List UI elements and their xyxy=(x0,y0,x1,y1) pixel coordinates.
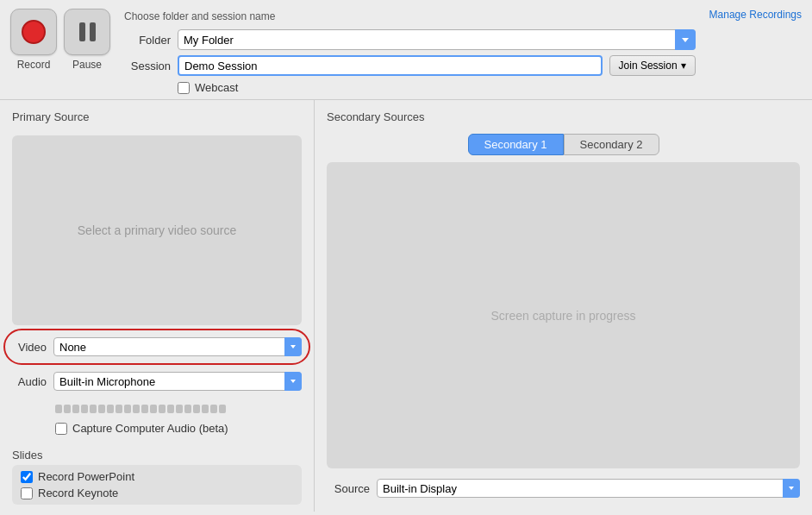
keynote-row: Record Keynote xyxy=(21,487,293,499)
level-bar xyxy=(219,405,226,413)
audio-select-wrap: Built-in Microphone xyxy=(53,372,302,391)
audio-label: Audio xyxy=(12,375,47,388)
session-row: Session Join Session ▾ xyxy=(124,55,696,76)
level-bar xyxy=(81,405,88,413)
level-bar xyxy=(72,405,79,413)
level-bar xyxy=(167,405,174,413)
session-input[interactable] xyxy=(178,55,603,76)
keynote-label: Record Keynote xyxy=(38,487,118,499)
powerpoint-row: Record PowerPoint xyxy=(21,470,293,483)
video-select-wrap: None xyxy=(53,337,302,356)
level-bar xyxy=(107,405,114,413)
slides-section: Slides Record PowerPoint Record Keynote xyxy=(12,449,302,505)
level-bar xyxy=(159,405,166,413)
secondary-source-select-wrap: Built-in Display xyxy=(377,479,800,498)
video-select[interactable]: None xyxy=(53,337,302,356)
video-row: Video None xyxy=(12,334,302,360)
folder-label: Folder xyxy=(124,34,171,47)
level-bar xyxy=(202,405,209,413)
level-bar xyxy=(210,405,217,413)
powerpoint-label: Record PowerPoint xyxy=(38,470,134,483)
level-bar xyxy=(184,405,191,413)
pause-bar-right xyxy=(90,22,96,41)
slides-items: Record PowerPoint Record Keynote xyxy=(12,465,302,505)
level-bar xyxy=(55,405,62,413)
record-label: Record xyxy=(17,59,51,71)
session-area: Choose folder and session name Folder My… xyxy=(124,7,696,94)
source-row-bottom: Source Built-in Display xyxy=(327,475,800,501)
level-bar xyxy=(98,405,105,413)
level-bar xyxy=(124,405,131,413)
main-content: Primary Source Select a primary video so… xyxy=(0,100,812,512)
audio-dropdown-arrow xyxy=(290,380,296,383)
folder-row: Folder My Folder xyxy=(124,29,696,50)
join-session-arrow: ▾ xyxy=(681,60,686,72)
primary-video-area: Select a primary video source xyxy=(12,135,302,325)
primary-source-title: Primary Source xyxy=(12,110,302,123)
folder-select-wrap: My Folder xyxy=(178,29,696,50)
audio-dropdown-button[interactable] xyxy=(284,372,302,391)
secondary-source-label: Source xyxy=(327,482,370,495)
audio-row: Audio Built-in Microphone xyxy=(12,368,302,394)
level-bar xyxy=(176,405,183,413)
folder-select[interactable]: My Folder xyxy=(178,29,696,50)
record-controls: Record Pause xyxy=(10,9,110,71)
record-icon xyxy=(22,20,46,44)
folder-section-title: Choose folder and session name xyxy=(124,10,696,22)
secondary-tab-1[interactable]: Secondary 1 xyxy=(468,134,564,155)
primary-video-placeholder: Select a primary video source xyxy=(78,223,236,237)
secondary-source-placeholder: Screen capture in progress xyxy=(490,309,635,323)
capture-checkbox[interactable] xyxy=(55,423,67,435)
secondary-source-select[interactable]: Built-in Display xyxy=(377,479,800,498)
level-bar xyxy=(193,405,200,413)
level-bar xyxy=(141,405,148,413)
record-button-wrap: Record xyxy=(10,9,57,71)
slides-title: Slides xyxy=(12,449,302,462)
level-bar xyxy=(90,405,97,413)
top-bar: Record Pause Choose folder and session n… xyxy=(0,0,812,100)
webcast-row: Webcast xyxy=(124,81,696,94)
session-label: Session xyxy=(124,60,171,72)
record-button[interactable] xyxy=(10,9,57,55)
webcast-label: Webcast xyxy=(195,81,238,94)
audio-select[interactable]: Built-in Microphone xyxy=(53,372,302,391)
join-session-button[interactable]: Join Session ▾ xyxy=(609,55,696,76)
level-bar xyxy=(150,405,157,413)
secondary-source-title: Secondary Sources xyxy=(327,110,800,123)
pause-button-wrap: Pause xyxy=(64,9,110,71)
level-bar xyxy=(116,405,122,413)
capture-row: Capture Computer Audio (beta) xyxy=(55,422,302,435)
secondary-tabs: Secondary 1 Secondary 2 xyxy=(468,134,659,155)
video-dropdown-button[interactable] xyxy=(284,337,302,356)
secondary-source-area: Screen capture in progress xyxy=(327,162,800,468)
webcast-checkbox[interactable] xyxy=(178,82,190,94)
level-bar xyxy=(64,405,71,413)
secondary-source-dropdown-arrow xyxy=(789,487,794,490)
secondary-source-dropdown-button[interactable] xyxy=(783,479,800,498)
audio-level-bars xyxy=(55,405,302,413)
keynote-checkbox[interactable] xyxy=(21,487,33,499)
video-dropdown-arrow xyxy=(290,345,296,349)
capture-label: Capture Computer Audio (beta) xyxy=(72,422,228,435)
manage-recordings-link[interactable]: Manage Recordings xyxy=(709,9,802,21)
left-panel: Primary Source Select a primary video so… xyxy=(0,100,315,512)
folder-dropdown-button[interactable] xyxy=(675,29,696,50)
pause-label: Pause xyxy=(72,59,102,71)
right-panel: Secondary Sources Secondary 1 Secondary … xyxy=(315,100,812,512)
pause-button[interactable] xyxy=(64,9,110,55)
pause-icon xyxy=(79,22,96,41)
secondary-tab-2[interactable]: Secondary 2 xyxy=(564,134,659,155)
folder-dropdown-arrow xyxy=(682,38,689,42)
level-bar xyxy=(133,405,140,413)
powerpoint-checkbox[interactable] xyxy=(21,471,33,483)
join-session-label: Join Session xyxy=(619,60,678,72)
pause-bar-left xyxy=(79,22,85,41)
video-label: Video xyxy=(12,341,47,354)
